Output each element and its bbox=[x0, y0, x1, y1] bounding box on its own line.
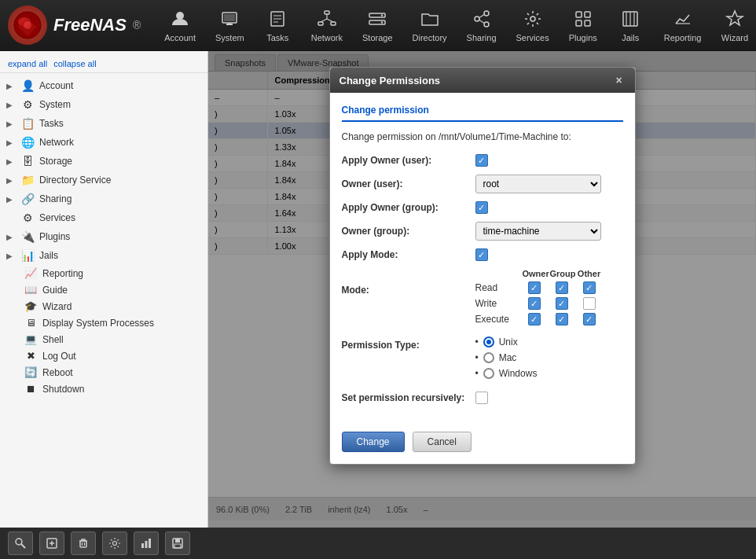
storage-sidebar-icon: 🗄 bbox=[20, 155, 35, 167]
nav-jails[interactable]: Jails bbox=[609, 3, 652, 47]
status-btn-delete[interactable] bbox=[71, 531, 96, 555]
nav-system[interactable]: System bbox=[207, 3, 252, 47]
nav-sharing[interactable]: Sharing bbox=[459, 3, 505, 47]
sidebar-item-storage[interactable]: ▶ 🗄 Storage bbox=[0, 152, 207, 171]
expand-icon: ▶ bbox=[6, 101, 16, 109]
svg-rect-6 bbox=[224, 14, 235, 21]
nav-services[interactable]: Services bbox=[508, 3, 557, 47]
permission-type-row: Permission Type: • Unix • Mac bbox=[342, 337, 623, 384]
mode-write-other-checkbox[interactable] bbox=[578, 297, 601, 310]
change-button[interactable]: Change bbox=[342, 432, 405, 452]
wizard-sidebar-icon: 🎓 bbox=[24, 300, 38, 312]
sidebar-account-label: Account bbox=[39, 80, 73, 91]
sidebar-item-shutdown[interactable]: ⏹ Shutdown bbox=[0, 381, 207, 397]
topbar: FreeNAS ® Account System Tasks Network bbox=[0, 0, 756, 51]
mode-row: Mode: Owner Group Other Read bbox=[342, 269, 623, 329]
sidebar-item-system[interactable]: ▶ ⚙ System bbox=[0, 95, 207, 114]
owner-user-row: Owner (user): root bbox=[342, 175, 623, 193]
owner-user-select[interactable]: root bbox=[475, 175, 601, 193]
radio-windows-label: Windows bbox=[499, 368, 538, 379]
mode-read-other-checkbox[interactable] bbox=[578, 281, 601, 294]
status-btn-key[interactable] bbox=[8, 531, 33, 555]
apply-mode-row: Apply Mode: bbox=[342, 248, 623, 261]
owner-group-label: Owner (group): bbox=[342, 226, 475, 237]
sidebar-item-log-out[interactable]: ✖ Log Out bbox=[0, 348, 207, 364]
plugins-sidebar-icon: 🔌 bbox=[20, 230, 35, 243]
nav-storage[interactable]: Storage bbox=[354, 3, 401, 47]
mode-execute-owner-checkbox[interactable] bbox=[523, 313, 546, 325]
nav-system-label: System bbox=[215, 33, 244, 42]
status-btn-add[interactable] bbox=[39, 531, 64, 555]
apply-mode-checkbox[interactable] bbox=[475, 248, 488, 261]
modal-tab-label[interactable]: Change permission bbox=[342, 105, 429, 116]
reporting-sidebar-icon: 📈 bbox=[24, 267, 38, 279]
nav-plugins[interactable]: Plugins bbox=[561, 3, 605, 47]
radio-mac[interactable] bbox=[483, 352, 494, 363]
svg-rect-32 bbox=[585, 20, 590, 26]
mode-execute-group-checkbox[interactable] bbox=[550, 313, 574, 325]
nav-wizard[interactable]: Wizard bbox=[713, 3, 756, 47]
sidebar-item-wizard[interactable]: 🎓 Wizard bbox=[0, 298, 207, 314]
sidebar-plugins-label: Plugins bbox=[39, 231, 70, 242]
set-recursive-checkbox[interactable] bbox=[475, 392, 488, 404]
sidebar-item-tasks[interactable]: ▶ 📋 Tasks bbox=[0, 114, 207, 133]
sidebar-item-account[interactable]: ▶ 👤 Account bbox=[0, 76, 207, 95]
mode-execute-other-checkbox[interactable] bbox=[578, 313, 601, 325]
status-btn-settings[interactable] bbox=[102, 531, 127, 555]
radio-unix[interactable] bbox=[483, 337, 494, 348]
nav-account[interactable]: Account bbox=[156, 3, 204, 47]
modal-tab: Change permission bbox=[342, 105, 623, 122]
modal-close-button[interactable]: × bbox=[613, 74, 626, 86]
sidebar-item-network[interactable]: ▶ 🌐 Network bbox=[0, 133, 207, 152]
sidebar-item-sharing[interactable]: ▶ 🔗 Sharing bbox=[0, 189, 207, 208]
sidebar-storage-label: Storage bbox=[39, 156, 72, 167]
sidebar-item-directory-service[interactable]: ▶ 📁 Directory Service bbox=[0, 171, 207, 189]
svg-line-18 bbox=[327, 19, 333, 22]
mode-owner-header: Owner bbox=[523, 269, 546, 278]
cancel-button[interactable]: Cancel bbox=[413, 432, 472, 452]
sidebar-item-reboot[interactable]: 🔄 Reboot bbox=[0, 364, 207, 381]
svg-line-27 bbox=[479, 20, 484, 24]
svg-point-25 bbox=[484, 22, 489, 27]
bullet-mac: • bbox=[475, 352, 479, 363]
mode-read-owner-checkbox[interactable] bbox=[523, 281, 546, 294]
radio-unix-label: Unix bbox=[499, 337, 518, 348]
status-btn-save[interactable] bbox=[165, 531, 190, 555]
svg-rect-15 bbox=[331, 22, 336, 25]
apply-owner-user-control bbox=[475, 154, 623, 167]
nav-services-label: Services bbox=[516, 33, 549, 42]
sidebar-item-reporting[interactable]: 📈 Reporting bbox=[0, 265, 207, 281]
svg-rect-50 bbox=[141, 543, 144, 548]
system-sidebar-icon: ⚙ bbox=[20, 98, 35, 111]
expand-all[interactable]: expand all bbox=[8, 59, 47, 68]
owner-group-select[interactable]: time-machine bbox=[475, 222, 601, 241]
nav-network[interactable]: Network bbox=[303, 3, 350, 47]
svg-rect-51 bbox=[145, 541, 148, 548]
sidebar-item-display-system-processes[interactable]: 🖥 Display System Processes bbox=[0, 314, 207, 331]
nav-sharing-label: Sharing bbox=[467, 33, 497, 42]
nav-tasks[interactable]: Tasks bbox=[256, 3, 299, 47]
mode-control: Owner Group Other Read bbox=[475, 269, 623, 329]
sidebar-item-guide[interactable]: 📖 Guide bbox=[0, 281, 207, 298]
sidebar-item-jails[interactable]: ▶ 📊 Jails bbox=[0, 246, 207, 265]
guide-sidebar-icon: 📖 bbox=[24, 284, 38, 296]
sidebar-item-services[interactable]: ▶ ⚙ Services bbox=[0, 208, 207, 227]
mode-write-owner-checkbox[interactable] bbox=[523, 297, 546, 310]
nav-directory[interactable]: Directory bbox=[405, 3, 455, 47]
apply-owner-user-checkbox[interactable] bbox=[475, 154, 488, 167]
svg-point-28 bbox=[530, 17, 535, 21]
main-area: Snapshots VMware-Snapshot Compression Ra… bbox=[208, 51, 756, 528]
mode-write-group-checkbox[interactable] bbox=[550, 297, 574, 310]
nav-reporting[interactable]: Reporting bbox=[656, 3, 710, 47]
mode-read-group-checkbox[interactable] bbox=[550, 281, 574, 294]
collapse-all[interactable]: collapse all bbox=[53, 59, 96, 68]
sidebar-item-plugins[interactable]: ▶ 🔌 Plugins bbox=[0, 227, 207, 246]
apply-owner-group-checkbox[interactable] bbox=[475, 201, 488, 214]
account-icon bbox=[169, 8, 191, 30]
radio-windows[interactable] bbox=[483, 368, 494, 379]
status-btn-chart[interactable] bbox=[134, 531, 159, 555]
modal-path: Change permission on /mnt/Volume1/Time-M… bbox=[342, 131, 623, 142]
display-system-icon: 🖥 bbox=[24, 317, 38, 329]
mode-read-label: Read bbox=[475, 282, 519, 293]
sidebar-item-shell[interactable]: 💻 Shell bbox=[0, 331, 207, 348]
